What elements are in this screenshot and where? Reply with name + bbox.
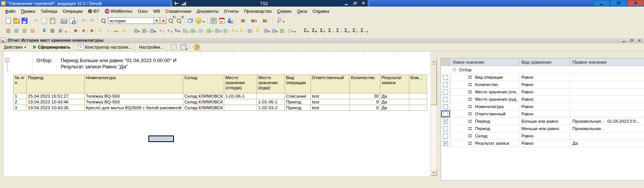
counterparties-icon[interactable]: ii [41,27,48,34]
help-button[interactable]: ? [192,43,202,51]
panel-checkbox-column-header[interactable] [441,58,450,66]
print-report-icon[interactable]: ▤ [13,27,20,34]
coins-plus-icon[interactable]: ≡+ [230,27,237,34]
menu-file[interactable]: Файл [2,8,18,15]
chart-growth-icon[interactable]: ▤↗ [206,27,212,34]
checkbox[interactable]: ✓ [443,141,448,146]
checkbox[interactable] [443,126,448,131]
toolbar-grip[interactable] [2,27,3,34]
search-clear-button[interactable]: × [160,17,167,24]
hand-document-icon[interactable]: ▤☛ [287,27,293,34]
sum-partner-icon[interactable]: Σ☻ [318,27,325,34]
table-cell[interactable]: Склад КЛИМОВСК [183,105,224,111]
cash-block-icon[interactable]: ▬ [113,27,119,34]
doc-refresh-icon[interactable]: ▤↺ [214,27,220,34]
table-cell[interactable] [409,93,427,99]
table-cell[interactable]: Тележка BQ-559 [85,99,183,105]
table-cell[interactable]: 1 [14,93,27,99]
scroll-down-button[interactable]: ▼ [431,169,437,176]
table-cell[interactable]: Да [380,105,409,111]
filter-row[interactable]: Вид операцииРавно [441,74,644,81]
archive-cabinet-icon[interactable]: ▥ [5,27,12,34]
cut-button[interactable]: ✂ [32,17,40,25]
coins-stack-icon[interactable]: ∷ [254,27,261,34]
table-cell[interactable]: 19.04.2023 10:43:46 [27,99,85,105]
table-cell[interactable]: test [311,93,350,99]
sum-flag-red-icon[interactable]: Σ▪ [326,27,333,34]
sum-register-icon[interactable]: Σ▤ [351,27,357,34]
outline-collapse-button[interactable]: − [5,58,9,62]
actions-menu-button[interactable]: Действия▾ [2,44,28,50]
open-windows-button[interactable] [186,17,194,25]
table-cell[interactable]: Приход [285,99,311,105]
toolbar-grip[interactable] [298,27,300,34]
checkbox[interactable]: ✓ [443,119,448,124]
menu-operations[interactable]: Операции [60,8,85,15]
sum-flag-blue-icon[interactable]: Σ▪ [334,27,341,34]
print-preview-button[interactable] [68,17,76,25]
sum-customer-icon[interactable]: Σ☻ [302,27,308,34]
search-previous-button[interactable]: ↺ [175,17,183,25]
table-cell[interactable]: test [311,105,350,111]
memory-subtract-button[interactable]: M- [260,17,271,25]
table-cell[interactable]: Кресло для мытья BQ3599 с белой раковино… [85,105,183,111]
table-cell[interactable]: 1-01-06-1 [224,93,257,99]
bank-icon[interactable]: ⌂≡ [105,27,111,34]
sum-flag-cyan-icon[interactable]: Σ▬ [342,27,349,34]
search-dropdown-button[interactable]: ▼ [154,17,160,24]
restore-values-button[interactable] [169,44,179,51]
scroll-thumb[interactable] [431,64,437,105]
doc-supplier-icon[interactable]: ▤☻ [149,27,155,34]
sum-check-icon-dropdown[interactable]: ▾ [366,30,368,34]
toolbar-grip[interactable] [207,18,208,24]
window-restore-button[interactable] [610,0,627,6]
generate-button[interactable]: Сформировать [31,44,72,50]
calendar-button[interactable]: 31 [218,17,226,25]
table-cell[interactable] [409,99,427,105]
table-cell[interactable] [224,105,257,111]
print-button[interactable] [60,17,68,25]
service-settings-dropdown-button[interactable]: ▾ [283,20,285,24]
table-cell[interactable]: 25.04.2023 16:51:27 [27,93,85,99]
checkbox[interactable] [443,97,448,102]
window-close-button[interactable]: × [627,0,644,6]
column-header[interactable]: Ответственный [311,75,350,93]
filter-row[interactable]: Место хранения (куд...Равно [441,96,644,103]
sum-check-icon[interactable]: Σ✓ [359,27,365,34]
column-header[interactable]: Период [27,75,85,93]
checkbox[interactable] [443,104,448,109]
menu-table[interactable]: Таблица [38,8,60,15]
toolbar-grip[interactable] [69,27,70,34]
filter-row[interactable]: СкладРавно [441,132,644,140]
cash-register-icon[interactable]: ▣ [57,27,64,34]
table-cell[interactable]: test [311,99,350,105]
user-rights-button[interactable] [226,17,234,25]
filter-row[interactable]: НоменклатураРавно [441,103,644,110]
transfer-out-icon[interactable]: ▪↘ [165,27,172,34]
report-window-titlebar[interactable]: Отчет История мест хранения номенклатуры… [0,37,644,43]
doc-contact-icon[interactable]: ▤☻ [271,27,277,34]
menu-reports[interactable]: Отчеты [221,8,241,15]
search-input[interactable] [108,17,154,24]
checkbox[interactable] [443,82,448,87]
table-cell[interactable]: 6 [350,105,380,111]
doc-ledger-icon[interactable]: ▤▤ [181,27,188,34]
coins-loose-icon[interactable]: ∴ [121,27,128,34]
menu-wb[interactable]: WB [150,8,163,15]
table-cell[interactable]: 1-02-03-2 [257,105,285,111]
table-cell[interactable]: Да [380,93,409,99]
table-cell[interactable]: 2 [14,99,27,105]
column-header[interactable]: Результат записи [380,75,409,93]
doc-percent-icon[interactable]: ▤% [262,27,269,34]
menu-ozon[interactable]: Озон [135,8,151,15]
column-header[interactable]: № п/п [14,75,27,93]
transfer-in-icon[interactable]: ▪↘ [157,27,164,34]
column-header[interactable]: Место хранения (куда) [257,75,285,93]
coins-icon[interactable]: ≡ [97,27,103,34]
collapse-minus-icon[interactable]: − [453,68,456,71]
table-cell[interactable]: Списание [285,93,311,99]
search-next-button[interactable]: ↻ [167,17,175,25]
filter-row[interactable]: ✓Результат записиРавноДа [441,140,644,147]
checkbox[interactable] [443,75,448,80]
menu-help[interactable]: Справка [310,8,332,15]
